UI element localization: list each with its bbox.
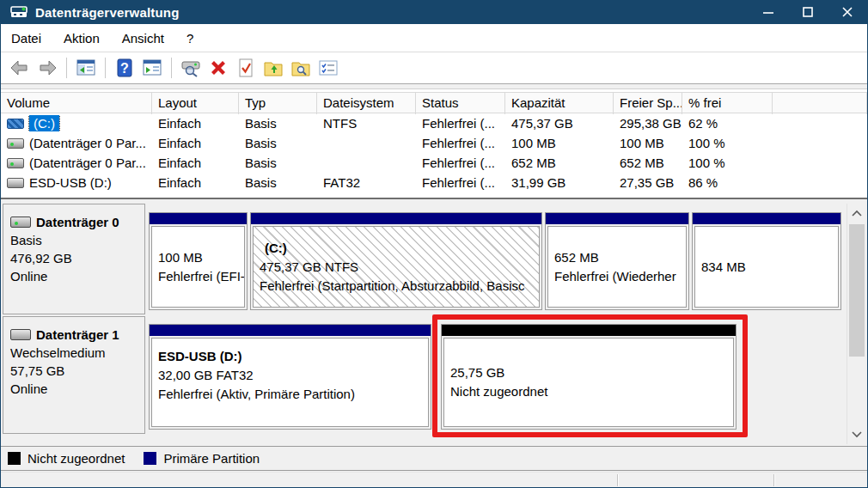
partition-efi[interactable]: 100 MB Fehlerfrei (EFI-: [149, 212, 248, 310]
disk-size: 57,75 GB: [10, 362, 138, 380]
disk-name: Datenträger 0: [36, 213, 119, 231]
col-freier-speicher[interactable]: Freier Sp...: [614, 93, 682, 114]
partition-size: 475,37 GB NTFS: [260, 258, 539, 277]
partition-c[interactable]: (C:) 475,37 GB NTFS Fehlerfrei (Startpar…: [250, 212, 542, 310]
search-folder-icon[interactable]: [288, 56, 314, 80]
disk-status: Online: [10, 267, 138, 285]
cell-dateisystem: NTFS: [317, 116, 416, 131]
partition-size: 100 MB: [158, 248, 244, 267]
partition-title: ESD-USB (D:): [158, 347, 428, 366]
partition-unallocated[interactable]: 25,75 GB Nicht zugeordnet: [441, 324, 737, 430]
disk-icon: [10, 217, 31, 228]
cell-kapazitaet: 100 MB: [505, 136, 614, 150]
help-icon[interactable]: ?: [112, 56, 138, 80]
table-row[interactable]: (Datenträger 0 Par... Einfach Basis Fehl…: [1, 153, 867, 173]
partition-type-bar: [150, 213, 247, 224]
menu-ansicht[interactable]: Ansicht: [122, 27, 174, 49]
toolbar-separator: [66, 58, 67, 78]
delete-volume-icon[interactable]: [205, 56, 231, 80]
volume-table-header: Volume Layout Typ Dateisystem Status Kap…: [1, 92, 867, 113]
scrollbar-thumb[interactable]: [849, 224, 865, 357]
show-action-pane-icon[interactable]: [139, 56, 165, 80]
disk-management-window: Datenträgerverwaltung Datei Aktion Ansic…: [0, 0, 868, 488]
volume-disk-icon: [7, 119, 24, 129]
volume-table-body: (C:) Einfach Basis NTFS Fehlerfrei (... …: [1, 113, 867, 192]
graphical-view-pane: Datenträger 0 Basis 476,92 GB Online 100…: [1, 199, 867, 444]
vertical-scrollbar[interactable]: [847, 204, 865, 444]
back-icon[interactable]: [7, 56, 33, 80]
disk-rescan-icon[interactable]: [178, 56, 204, 80]
partition-size: 32,00 GB FAT32: [158, 366, 428, 385]
cell-kapazitaet: 475,37 GB: [505, 116, 614, 131]
disk-icon: [10, 329, 31, 340]
toolbar-separator: [171, 58, 172, 78]
cell-layout: Einfach: [152, 136, 239, 150]
close-button[interactable]: [828, 0, 867, 24]
partition-type-bar: [546, 213, 688, 224]
partition-title: (C:): [260, 239, 539, 258]
cell-prozent-frei: 86 %: [682, 175, 773, 190]
cell-typ: Basis: [239, 156, 317, 170]
cell-status: Fehlerfrei (...: [416, 136, 505, 150]
legend-bar: Nicht zugeordnet Primäre Partition: [1, 446, 867, 471]
svg-text:?: ?: [120, 61, 129, 76]
statusbar-separator: [617, 474, 618, 486]
table-row[interactable]: ESD-USB (D:) Einfach Basis FAT32 Fehlerf…: [1, 173, 867, 192]
partition-esd-usb[interactable]: ESD-USB (D:) 32,00 GB FAT32 Fehlerfrei (…: [149, 324, 431, 430]
statusbar-separator: [773, 474, 774, 486]
cell-status: Fehlerfrei (...: [416, 116, 505, 131]
disk-medium: Wechselmedium: [10, 344, 138, 362]
properties-check-icon[interactable]: [233, 56, 259, 80]
col-volume[interactable]: Volume: [1, 93, 152, 114]
cell-dateisystem: FAT32: [317, 175, 416, 190]
volume-disk-icon: [7, 138, 24, 149]
menu-datei[interactable]: Datei: [11, 27, 52, 49]
maximize-button[interactable]: [788, 0, 828, 24]
toolbar: ?: [1, 52, 867, 84]
partition-type-bar: [251, 213, 541, 224]
volume-name: ESD-USB (D:): [29, 175, 112, 190]
disk0-info-box[interactable]: Datenträger 0 Basis 476,92 GB Online: [3, 204, 145, 314]
scroll-down-icon[interactable]: [847, 425, 866, 444]
menu-aktion[interactable]: Aktion: [64, 27, 110, 49]
col-status[interactable]: Status: [416, 93, 505, 114]
titlebar: Datenträgerverwaltung: [1, 0, 867, 24]
partition-834mb[interactable]: 834 MB: [692, 212, 841, 310]
settings-list-icon[interactable]: [315, 56, 341, 80]
partition-size: 834 MB: [701, 258, 838, 277]
cell-freier-speicher: 100 MB: [614, 136, 682, 150]
cell-typ: Basis: [239, 136, 317, 150]
scroll-up-icon[interactable]: [847, 204, 866, 223]
menu-help[interactable]: ?: [186, 27, 204, 49]
volume-disk-icon: [7, 178, 24, 188]
col-prozent-frei[interactable]: % frei: [682, 93, 773, 114]
partition-status: Nicht zugeordnet: [450, 382, 733, 401]
partition-status: Fehlerfrei (Startpartition, Absturzabbil…: [260, 277, 539, 296]
col-kapazitaet[interactable]: Kapazität: [505, 93, 614, 114]
partition-status: Fehlerfrei (EFI-: [158, 267, 244, 286]
disk-name: Datenträger 1: [36, 326, 119, 344]
export-folder-icon[interactable]: [260, 56, 286, 80]
col-dateisystem[interactable]: Dateisystem: [317, 93, 416, 114]
col-layout[interactable]: Layout: [152, 93, 239, 114]
table-row[interactable]: (C:) Einfach Basis NTFS Fehlerfrei (... …: [1, 113, 867, 133]
partition-type-bar: [150, 325, 431, 336]
minimize-button[interactable]: [749, 0, 788, 24]
cell-freier-speicher: 295,38 GB: [614, 116, 682, 131]
table-row[interactable]: (Datenträger 0 Par... Einfach Basis Fehl…: [1, 133, 867, 153]
cell-layout: Einfach: [152, 156, 239, 170]
cell-layout: Einfach: [152, 116, 239, 131]
col-typ[interactable]: Typ: [239, 93, 317, 114]
volume-list-pane: Volume Layout Typ Dateisystem Status Kap…: [1, 88, 867, 198]
disk-status: Online: [10, 380, 138, 398]
cell-layout: Einfach: [152, 175, 239, 190]
disk1-info-box[interactable]: Datenträger 1 Wechselmedium 57,75 GB Onl…: [3, 316, 145, 434]
partition-recovery[interactable]: 652 MB Fehlerfrei (Wiederher: [545, 212, 689, 310]
partition-size: 652 MB: [554, 248, 686, 267]
cell-status: Fehlerfrei (...: [416, 156, 505, 170]
show-console-tree-icon[interactable]: [73, 56, 99, 80]
cell-kapazitaet: 652 MB: [505, 156, 614, 170]
forward-icon[interactable]: [34, 56, 60, 80]
cell-typ: Basis: [239, 175, 317, 190]
volume-name: (Datenträger 0 Par...: [29, 156, 146, 170]
